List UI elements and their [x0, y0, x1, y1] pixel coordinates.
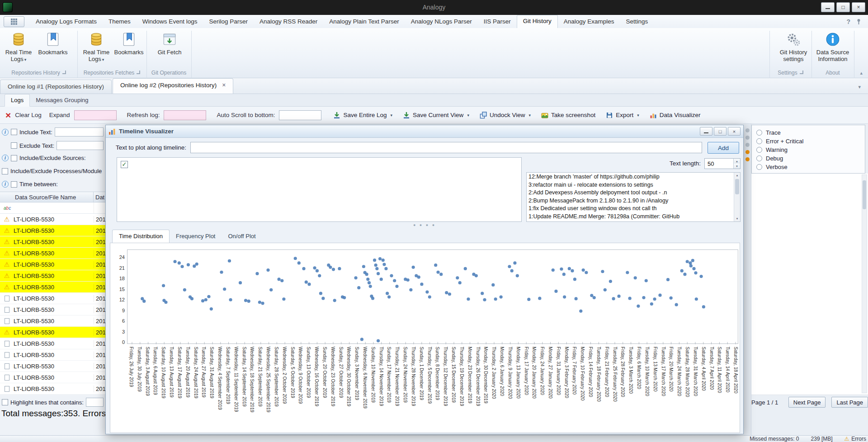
grid-filter-row[interactable]: abc — [0, 202, 105, 214]
tab-list-chevron-icon[interactable]: ▾ — [858, 84, 861, 94]
exclude-text-checkbox[interactable] — [11, 142, 17, 149]
refresh-log-input[interactable] — [164, 110, 206, 120]
plotted-items-list[interactable]: ✓ — [117, 157, 522, 222]
ribbon-tab-analogy-plain-text-parser[interactable]: Analogy Plain Text Parser — [323, 16, 405, 28]
real-time-logs-button-fetches[interactable]: Real TimeLogs▾ — [80, 30, 112, 63]
table-row[interactable]: LT-LIORB-5530201 — [0, 361, 105, 372]
level-option-verbose[interactable]: Verbose — [756, 163, 865, 171]
list-scrollbar[interactable]: ▴ ▾ — [734, 173, 740, 221]
vis-tab-time-distribution[interactable]: Time Distribution — [112, 230, 170, 243]
data-source-information-button[interactable]: Data SourceInformation — [814, 30, 852, 62]
tab-logs[interactable]: Logs — [5, 94, 30, 107]
help-icon[interactable]: ? — [846, 18, 850, 25]
table-row[interactable]: ⚠LT-LIORB-5530201 — [0, 327, 105, 338]
real-time-logs-button-history[interactable]: Real TimeLogs▾ — [3, 30, 34, 63]
spin-down-icon[interactable]: ▾ — [734, 164, 740, 169]
table-row[interactable]: ⚠LT-LIORB-5530201 — [0, 236, 105, 248]
take-screenshot-button[interactable]: Take screenshot — [538, 110, 599, 121]
exclude-text-input[interactable] — [57, 141, 104, 150]
close-button[interactable]: × — [852, 2, 865, 12]
level-option-error-critical[interactable]: Error + Critical — [756, 137, 865, 146]
add-button[interactable]: Add — [708, 142, 739, 154]
ribbon-tab-serilog-parser[interactable]: Serilog Parser — [203, 16, 254, 28]
highlight-lines-checkbox[interactable] — [2, 399, 8, 405]
plot-text-input[interactable] — [190, 142, 702, 153]
level-option-trace[interactable]: Trace — [756, 128, 865, 137]
dialog-launcher-icon[interactable] — [62, 71, 66, 74]
table-row[interactable]: ⚠LT-LIORB-5530201 — [0, 248, 105, 259]
timeline-message-item[interactable]: 3:refactor main ui - relocate extensions… — [527, 181, 734, 189]
ribbon-tab-analogy-nlogs-parser[interactable]: Analogy NLogs Parser — [405, 16, 478, 28]
save-current-view-button[interactable]: Save Current View▾ — [400, 110, 472, 121]
bookmarks-button-history[interactable]: Bookmarks — [37, 30, 69, 56]
include-text-checkbox[interactable] — [11, 129, 17, 135]
table-row[interactable]: ⚠LT-LIORB-5530201 — [0, 259, 105, 270]
table-row[interactable]: ⚠LT-LIORB-5530201 — [0, 270, 105, 282]
column-header-data-source[interactable]: Data Source/File Name — [0, 192, 94, 202]
timeline-message-item[interactable]: 2:Add Devexpess Assembly delpoyment tool… — [527, 188, 734, 197]
vis-tab-on-off-plot[interactable]: On/off Plot — [222, 230, 262, 243]
dialog-launcher-icon[interactable] — [800, 71, 803, 74]
next-page-button[interactable]: Next Page — [788, 397, 826, 408]
table-row[interactable]: LT-LIORB-5530201 — [0, 349, 105, 361]
ribbon-tab-settings[interactable]: Settings — [620, 16, 654, 28]
table-row[interactable]: LT-LIORB-5530201 — [0, 383, 105, 395]
table-row[interactable]: LT-LIORB-5530201 — [0, 338, 105, 349]
save-entire-log-button[interactable]: Save Entire Log▾ — [330, 110, 396, 121]
visualizer-minimize-button[interactable] — [700, 127, 712, 136]
table-row[interactable]: LT-LIORB-5530201 — [0, 304, 105, 315]
vis-tab-frequency-plot[interactable]: Frequency Plot — [170, 230, 222, 243]
vertical-scrollbar[interactable] — [862, 174, 867, 393]
pin-icon[interactable] — [856, 19, 862, 25]
timeline-message-item[interactable]: 12:Merge branch 'master' of https://gith… — [527, 173, 734, 181]
collapse-ribbon-icon[interactable]: ▴ — [860, 70, 863, 76]
ribbon-tab-analogy-examples[interactable]: Analogy Examples — [558, 16, 620, 28]
git-fetch-button[interactable]: Git Fetch — [153, 30, 186, 56]
table-row[interactable]: ⚠LT-LIORB-5530201 — [0, 225, 105, 236]
table-row[interactable]: ⚠LT-LIORB-5530201 — [0, 282, 105, 293]
table-row[interactable]: LT-LIORB-5530201 — [0, 293, 105, 304]
timeline-message-item[interactable]: 2:Bump MessagePack from 2.1.80 to 2.1.90… — [527, 197, 734, 205]
spin-up-icon[interactable]: ▴ — [734, 159, 740, 164]
table-row[interactable]: LT-LIORB-5530201 — [0, 372, 105, 383]
ribbon-tab-analogy-logs-formats[interactable]: Analogy Logs Formats — [30, 16, 103, 28]
highlight-lines-input[interactable] — [86, 398, 104, 407]
last-page-button[interactable]: Last Page — [831, 397, 868, 408]
timeline-message-item[interactable]: 1:Update README.md Merge: 8520ffa (Commi… — [527, 220, 734, 222]
doc-tab-online-log-2[interactable]: Online log #2 (Repositories History)× — [113, 78, 233, 94]
visualizer-titlebar[interactable]: Timeline Visualizer □ × — [106, 125, 743, 138]
include-exclude-processes-checkbox[interactable] — [2, 168, 8, 174]
ribbon-tab-themes[interactable]: Themes — [103, 16, 137, 28]
ribbon-tab-git-history[interactable]: Git History — [517, 15, 558, 28]
minimize-button[interactable] — [821, 2, 835, 12]
splitter-handle[interactable]: ● ● ● ● — [106, 223, 743, 227]
export-button[interactable]: Export▾ — [603, 110, 642, 121]
bookmarks-button-fetches[interactable]: Bookmarks — [113, 30, 145, 56]
time-between-checkbox[interactable] — [11, 181, 17, 188]
level-option-warning[interactable]: Warning — [756, 146, 865, 154]
ribbon-tab-iis-parser[interactable]: IIS Parser — [478, 16, 517, 28]
item-checkbox[interactable]: ✓ — [121, 161, 128, 168]
timeline-message-item[interactable]: 1:fix Dedicated user setting window does… — [527, 204, 734, 212]
scroll-up-icon[interactable]: ▴ — [734, 174, 740, 177]
dialog-launcher-icon[interactable] — [137, 71, 140, 74]
app-menu-button[interactable] — [4, 16, 24, 27]
data-visualizer-button[interactable]: Data Visualizer — [646, 110, 704, 121]
tab-messages-grouping[interactable]: Messages Grouping — [30, 94, 94, 106]
ribbon-tab-analogy-rss-reader[interactable]: Analogy RSS Reader — [254, 16, 323, 28]
column-header-date[interactable]: Dat — [94, 192, 105, 202]
scrollbar-thumb[interactable] — [735, 179, 739, 194]
level-option-debug[interactable]: Debug — [756, 154, 865, 163]
ribbon-tab-windows-event-logs[interactable]: Windows Event logs — [137, 16, 203, 28]
doc-tab-online-log-1[interactable]: Online log #1 (Repositories History) — [0, 80, 112, 94]
scrollbar-thumb[interactable] — [863, 180, 866, 209]
scroll-down-icon[interactable]: ▾ — [734, 217, 740, 221]
undock-view-button[interactable]: Undock View▾ — [476, 110, 534, 121]
clear-log-button[interactable]: Clear Log — [15, 112, 42, 118]
tab-close-icon[interactable]: × — [222, 82, 226, 94]
restore-button[interactable]: □ — [836, 2, 850, 12]
visualizer-maximize-button[interactable]: □ — [714, 127, 726, 136]
table-row[interactable]: ⚠LT-LIORB-5530201 — [0, 214, 105, 225]
table-row[interactable]: LT-LIORB-5530201 — [0, 315, 105, 327]
include-exclude-sources-checkbox[interactable] — [11, 155, 17, 161]
